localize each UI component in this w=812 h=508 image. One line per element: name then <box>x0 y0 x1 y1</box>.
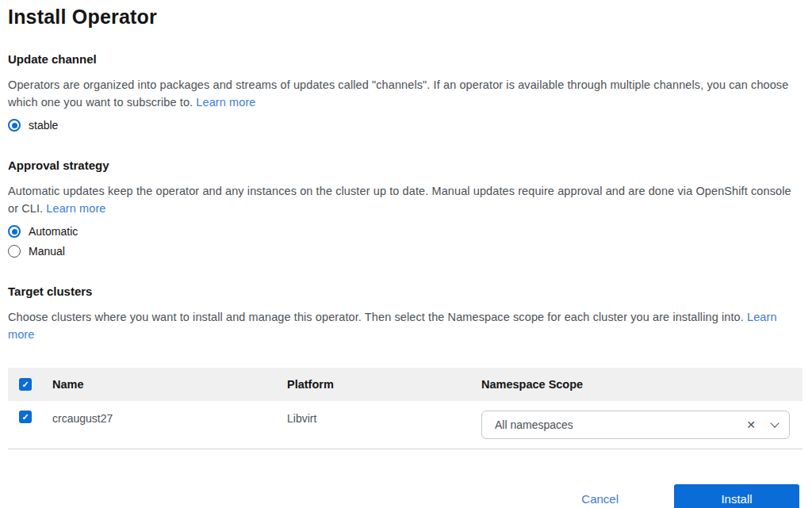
approval-strategy-description-text: Automatic updates keep the operator and … <box>8 185 791 215</box>
radio-option-stable-label: stable <box>29 119 58 132</box>
checkmark-icon: ✓ <box>21 411 29 423</box>
namespace-scope-select[interactable]: All namespaces ✕ <box>481 411 790 439</box>
update-channel-description: Operators are organized into packages an… <box>8 76 802 111</box>
radio-option-manual[interactable]: Manual <box>8 245 65 258</box>
column-header-namespace-scope: Namespace Scope <box>481 378 802 391</box>
update-channel-description-text: Operators are organized into packages an… <box>8 78 788 109</box>
select-actions: ✕ <box>746 419 778 430</box>
install-button[interactable]: Install <box>674 484 799 508</box>
update-channel-learn-more-link[interactable]: Learn more <box>196 96 255 109</box>
cell-namespace-scope: All namespaces ✕ <box>481 411 802 439</box>
table-header-row: ✓ Name Platform Namespace Scope <box>8 368 802 401</box>
section-approval-strategy: Approval strategy Automatic updates keep… <box>8 159 802 258</box>
approval-strategy-radio-group: Automatic Manual <box>8 225 802 258</box>
cancel-button[interactable]: Cancel <box>581 492 619 506</box>
column-header-platform: Platform <box>287 378 481 391</box>
chevron-down-icon[interactable] <box>770 418 779 427</box>
cell-cluster-name: crcaugust27 <box>52 411 287 425</box>
cell-platform: Libvirt <box>287 411 481 425</box>
install-operator-page: Install Operator Update channel Operator… <box>0 0 812 508</box>
target-clusters-description: Choose clusters where you want to instal… <box>8 308 802 343</box>
target-clusters-table: ✓ Name Platform Namespace Scope ✓ crcaug… <box>8 368 802 449</box>
table-row: ✓ crcaugust27 Libvirt All namespaces ✕ <box>8 401 802 449</box>
select-all-checkbox[interactable]: ✓ <box>19 378 32 391</box>
row-select-cell: ✓ <box>8 411 52 423</box>
approval-strategy-description: Automatic updates keep the operator and … <box>8 182 802 217</box>
checkmark-icon: ✓ <box>21 378 29 391</box>
footer-actions: Cancel Install <box>8 484 802 508</box>
radio-unselected-icon <box>8 245 21 258</box>
target-clusters-heading: Target clusters <box>8 285 802 298</box>
clear-selection-icon[interactable]: ✕ <box>746 419 756 430</box>
radio-selected-icon <box>8 119 21 132</box>
update-channel-radio-group: stable <box>8 119 802 132</box>
radio-selected-icon <box>8 225 21 238</box>
page-title: Install Operator <box>8 5 802 29</box>
table-header-select-cell: ✓ <box>8 378 52 391</box>
approval-strategy-learn-more-link[interactable]: Learn more <box>46 202 105 215</box>
row-checkbox[interactable]: ✓ <box>19 411 32 423</box>
column-header-name: Name <box>52 378 287 391</box>
radio-option-automatic[interactable]: Automatic <box>8 225 78 238</box>
approval-strategy-heading: Approval strategy <box>8 159 802 172</box>
section-target-clusters: Target clusters Choose clusters where yo… <box>8 285 802 449</box>
update-channel-heading: Update channel <box>8 52 802 66</box>
namespace-scope-selected-value: All namespaces <box>495 418 573 431</box>
section-update-channel: Update channel Operators are organized i… <box>8 52 802 132</box>
radio-option-stable[interactable]: stable <box>8 119 58 132</box>
radio-option-manual-label: Manual <box>29 245 65 258</box>
radio-option-automatic-label: Automatic <box>29 225 78 238</box>
target-clusters-description-text: Choose clusters where you want to instal… <box>8 311 744 323</box>
